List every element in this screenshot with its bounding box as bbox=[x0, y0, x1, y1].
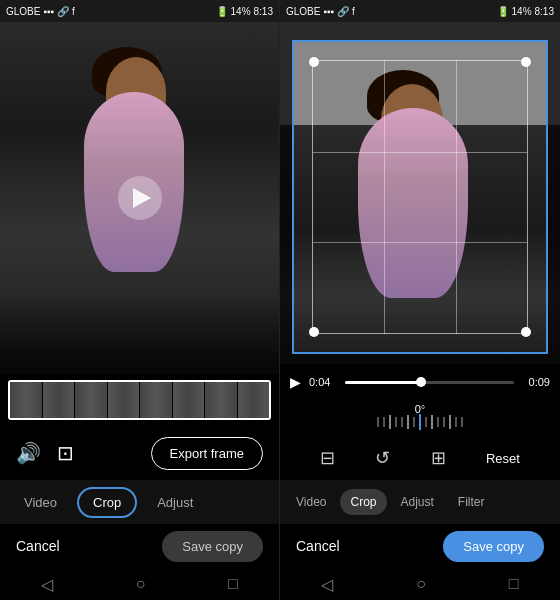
back-nav-left[interactable]: ◁ bbox=[41, 575, 53, 594]
tab-bar-left: Video Crop Adjust bbox=[0, 480, 279, 524]
home-nav-right[interactable]: ○ bbox=[416, 575, 426, 593]
crop-overlay bbox=[292, 40, 548, 354]
tab-filter-right[interactable]: Filter bbox=[448, 489, 495, 515]
dark-overlay-left-side bbox=[280, 22, 292, 364]
save-copy-button-left[interactable]: Save copy bbox=[162, 531, 263, 562]
controls-bar-left: 🔊 ⊡ Export frame bbox=[0, 426, 279, 480]
back-nav-right[interactable]: ◁ bbox=[321, 575, 333, 594]
crop-handle-top-left[interactable] bbox=[309, 57, 319, 67]
recent-nav-right[interactable]: □ bbox=[509, 575, 519, 593]
volume-icon[interactable]: 🔊 bbox=[16, 441, 41, 465]
carrier-left: GLOBE bbox=[6, 6, 40, 17]
battery-icon-right: 🔋 bbox=[497, 6, 509, 17]
flip-icon[interactable]: ⊞ bbox=[431, 447, 446, 469]
crop-handle-bottom-left[interactable] bbox=[309, 327, 319, 337]
thumb-8 bbox=[238, 382, 270, 418]
tick-1 bbox=[377, 417, 379, 427]
tick-12 bbox=[443, 417, 445, 427]
tick-14 bbox=[455, 417, 457, 427]
dark-overlay-left bbox=[0, 294, 279, 374]
carrier-right: GLOBE bbox=[286, 6, 320, 17]
time-right: 8:13 bbox=[535, 6, 554, 17]
end-time-right: 0:09 bbox=[522, 376, 550, 388]
cancel-button-left[interactable]: Cancel bbox=[16, 538, 60, 554]
rotation-label: 0° bbox=[415, 403, 426, 415]
dark-overlay-top bbox=[292, 22, 548, 40]
thumbnail-strip-left bbox=[0, 374, 279, 426]
recent-nav-left[interactable]: □ bbox=[228, 575, 238, 593]
save-copy-button-right[interactable]: Save copy bbox=[443, 531, 544, 562]
time-left: 8:13 bbox=[254, 6, 273, 17]
video-preview-right bbox=[280, 22, 560, 364]
bottom-bar-left: Cancel Save copy bbox=[0, 524, 279, 568]
tab-video-left[interactable]: Video bbox=[10, 489, 71, 516]
bottom-bar-right: Cancel Save copy bbox=[280, 524, 560, 568]
tick-13 bbox=[449, 415, 451, 429]
nav-bar-left: ◁ ○ □ bbox=[0, 568, 279, 600]
home-nav-left[interactable]: ○ bbox=[136, 575, 146, 593]
thumb-5 bbox=[140, 382, 172, 418]
dark-overlay-right-side bbox=[548, 22, 560, 364]
status-right-left: 🔋 14% 8:13 bbox=[216, 6, 273, 17]
tick-6 bbox=[407, 415, 409, 429]
thumb-7 bbox=[205, 382, 237, 418]
status-bar-left: GLOBE ▪▪▪ 🔗 f 🔋 14% 8:13 bbox=[0, 0, 279, 22]
reset-button[interactable]: Reset bbox=[486, 451, 520, 466]
playback-bar-right: ▶ 0:04 0:09 bbox=[280, 364, 560, 400]
signal-icon-right: ▪▪▪ bbox=[323, 6, 334, 17]
tab-crop-right[interactable]: Crop bbox=[340, 489, 386, 515]
thumb-2 bbox=[43, 382, 75, 418]
battery-pct-left: 14% bbox=[231, 6, 251, 17]
thumb-4 bbox=[108, 382, 140, 418]
rotate-icon[interactable]: ↺ bbox=[375, 447, 390, 469]
tick-9 bbox=[425, 417, 427, 427]
status-left-carrier: GLOBE ▪▪▪ 🔗 f bbox=[6, 6, 75, 17]
rotation-bar: 0° bbox=[280, 400, 560, 436]
tab-crop-left[interactable]: Crop bbox=[77, 487, 137, 518]
tick-center bbox=[419, 414, 421, 430]
thumb-1 bbox=[10, 382, 42, 418]
export-frame-button[interactable]: Export frame bbox=[151, 437, 263, 470]
video-preview-left bbox=[0, 22, 279, 374]
play-button-left[interactable] bbox=[118, 176, 162, 220]
crop-handle-bottom-right[interactable] bbox=[521, 327, 531, 337]
tick-3 bbox=[389, 415, 391, 429]
fb-icon: f bbox=[72, 6, 75, 17]
thumb-3 bbox=[75, 382, 107, 418]
tab-adjust-left[interactable]: Adjust bbox=[143, 489, 207, 516]
tick-2 bbox=[383, 417, 385, 427]
wifi-icon-right: 🔗 bbox=[337, 6, 349, 17]
tab-adjust-right[interactable]: Adjust bbox=[391, 489, 444, 515]
tick-10 bbox=[431, 415, 433, 429]
tab-bar-right: Video Crop Adjust Filter bbox=[280, 480, 560, 524]
dark-overlay-bottom bbox=[292, 354, 548, 364]
tool-icons-bar: ⊟ ↺ ⊞ Reset bbox=[280, 436, 560, 480]
aspect-ratio-icon[interactable]: ⊟ bbox=[320, 447, 335, 469]
signal-icon: ▪▪▪ bbox=[43, 6, 54, 17]
play-triangle-icon bbox=[133, 188, 151, 208]
current-time-right: 0:04 bbox=[309, 376, 337, 388]
nav-bar-right: ◁ ○ □ bbox=[280, 568, 560, 600]
cancel-button-right[interactable]: Cancel bbox=[296, 538, 340, 554]
tick-11 bbox=[437, 417, 439, 427]
status-right-carrier: GLOBE ▪▪▪ 🔗 f bbox=[286, 6, 355, 17]
tick-5 bbox=[401, 417, 403, 427]
play-icon-right[interactable]: ▶ bbox=[290, 374, 301, 390]
wifi-icon: 🔗 bbox=[57, 6, 69, 17]
status-bar-right: GLOBE ▪▪▪ 🔗 f 🔋 14% 8:13 bbox=[280, 0, 560, 22]
rotation-ticks bbox=[377, 414, 463, 430]
progress-fill-right bbox=[345, 381, 421, 384]
left-panel: GLOBE ▪▪▪ 🔗 f 🔋 14% 8:13 bbox=[0, 0, 280, 600]
crop-handle-top-right[interactable] bbox=[521, 57, 531, 67]
thumb-track-left[interactable] bbox=[8, 380, 271, 420]
battery-icon-left: 🔋 bbox=[216, 6, 228, 17]
subtitles-icon[interactable]: ⊡ bbox=[57, 441, 74, 465]
right-panel: GLOBE ▪▪▪ 🔗 f 🔋 14% 8:13 bbox=[280, 0, 560, 600]
progress-track-right[interactable] bbox=[345, 381, 514, 384]
screen: GLOBE ▪▪▪ 🔗 f 🔋 14% 8:13 bbox=[0, 0, 560, 600]
tab-video-right[interactable]: Video bbox=[286, 489, 336, 515]
thumb-6 bbox=[173, 382, 205, 418]
tick-15 bbox=[461, 417, 463, 427]
tick-7 bbox=[413, 417, 415, 427]
progress-thumb-right[interactable] bbox=[416, 377, 426, 387]
